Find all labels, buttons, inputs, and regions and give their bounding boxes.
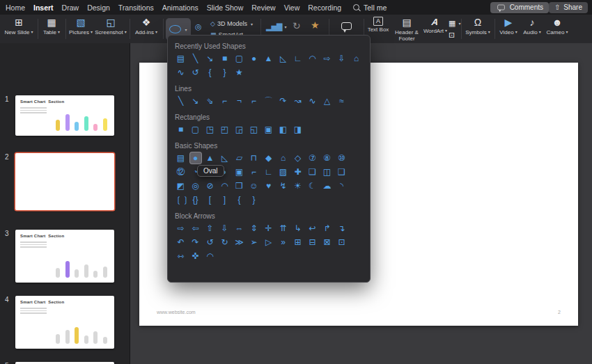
lightning-bolt-icon[interactable]: ↯ [278,180,289,191]
heart-icon[interactable]: ♥ [263,180,274,191]
object-button[interactable]: ⊡ [449,31,455,40]
left-arrow-icon[interactable]: ⇦ [190,223,201,234]
right-triangle-icon[interactable]: ◺ [278,53,289,64]
donut-icon[interactable]: ◎ [190,180,201,191]
cross-icon[interactable]: ✚ [293,166,304,177]
folded-corner-icon[interactable]: ❒ [234,180,245,191]
right-block-arrow-icon[interactable]: ⇨ [322,53,333,64]
snip-diagonal-corner-rectangle-icon[interactable]: ◲ [234,124,245,135]
line-icon[interactable]: ╲ [190,53,201,64]
right-brace-icon[interactable]: } [219,67,231,78]
left-brace-icon[interactable]: { [205,67,216,78]
menu-tab-home[interactable]: Home [6,3,25,12]
chart-button[interactable]: ▂▅▇ ▾ [266,21,286,33]
no-symbol-icon[interactable]: ⊘ [205,180,216,191]
line-arrow-icon[interactable]: ↘ [190,95,201,106]
isosceles-triangle-icon[interactable]: ▲ [263,53,274,64]
add-ins-button[interactable]: ❖ Add-ins▾ [132,17,160,42]
arc-icon[interactable]: ◝ [336,180,348,191]
new-slide-button[interactable]: ⊞ New Slide▾ [3,17,35,42]
block-arc-icon[interactable]: ◠ [219,180,231,191]
up-down-arrow-icon[interactable]: ⇕ [249,223,260,234]
isosceles-triangle-icon[interactable]: ▲ [205,152,216,164]
round-diagonal-corner-rectangle-icon[interactable]: ◨ [293,124,304,135]
wordart-button[interactable]: A WordArt▾ [422,17,449,42]
smiley-face-icon[interactable]: ☺ [249,180,260,191]
plaque-icon[interactable]: ❏ [307,166,318,177]
text-box-icon[interactable]: ▤ [176,152,187,164]
dodecagon-icon[interactable]: ⑫ [176,166,187,177]
curve-icon[interactable]: ∿ [307,95,318,106]
curve-icon[interactable]: ∿ [176,67,187,78]
share-button[interactable]: ⇧ Share [549,2,588,13]
hexagon-icon[interactable]: ◇ [293,152,304,164]
left-bracket-icon[interactable]: [ [205,194,216,205]
slide-thumbnail-2[interactable] [15,153,114,210]
menu-tab-slide-show[interactable]: Slide Show [207,3,244,12]
loop-arrow-icon[interactable]: ↺ [190,67,201,78]
l-shape-icon[interactable]: ∟ [293,53,304,64]
up-arrow-callout-icon[interactable]: ⊡ [336,237,348,248]
icons-button[interactable]: ◎ [195,22,202,31]
snip-same-side-corner-rectangle-icon[interactable]: ◰ [219,124,231,135]
rounded-rectangle-icon[interactable]: ▢ [234,53,245,64]
cloud-icon[interactable]: ☁ [322,180,333,191]
bevel-icon[interactable]: ◩ [176,180,187,191]
menu-tab-animations[interactable]: Animations [162,3,198,12]
arc-icon[interactable]: ◠ [307,53,318,64]
left-right-arrow-icon[interactable]: ⇔ [234,223,245,234]
comment-button[interactable] [341,22,352,30]
can-icon[interactable]: ◫ [322,166,333,177]
elbow-double-arrow-connector-icon[interactable]: ⌐ [249,95,260,106]
right-bracket-icon[interactable]: ] [219,194,231,205]
rounded-rectangle-icon[interactable]: ▢ [190,124,201,135]
cameo-button[interactable]: ☻ Cameo▾ [545,17,570,42]
pictures-button[interactable]: ▧ Pictures▾ [68,17,93,42]
cube-icon[interactable]: ❑ [336,166,348,177]
rectangle-icon[interactable]: ■ [176,124,187,135]
reuse-slides-button[interactable]: ↻ [293,20,301,32]
oval-icon[interactable]: ● [249,53,260,64]
snip-and-round-single-corner-rectangle-icon[interactable]: ◱ [249,124,260,135]
round-single-corner-rectangle-icon[interactable]: ▣ [263,124,274,135]
quad-arrow-callout-icon[interactable]: ✜ [190,251,201,262]
right-arrow-icon[interactable]: ⇨ [176,223,187,234]
curved-up-arrow-icon[interactable]: ↺ [205,237,216,248]
table-button[interactable]: ▦ Table▾ [39,17,64,42]
curved-block-arrow-icon[interactable]: ◠ [205,251,216,262]
comments-button[interactable]: Comments [490,2,549,13]
elbow-arrow-connector-icon[interactable]: ¬ [234,95,245,106]
pentagon-icon[interactable]: ⌂ [278,152,289,164]
line-icon[interactable]: ╲ [176,95,187,106]
date-time-button[interactable]: ▦ ▾ [449,19,460,28]
menu-tab-design[interactable]: Design [87,3,110,12]
menu-tab-view[interactable]: View [284,3,300,12]
up-arrow-icon[interactable]: ⇧ [205,223,216,234]
bent-up-arrow-icon[interactable]: ↱ [322,223,333,234]
octagon-icon[interactable]: ⑧ [322,152,333,164]
down-arrow-icon[interactable]: ⇩ [219,223,231,234]
curved-left-arrow-icon[interactable]: ↶ [176,237,187,248]
menu-tab-insert[interactable]: Insert [33,3,54,12]
down-arrow-callout-icon[interactable]: ⊟ [307,237,318,248]
heptagon-icon[interactable]: ⑦ [307,152,318,164]
quad-arrow-icon[interactable]: ✛ [263,223,274,234]
starred-button[interactable]: ★ [311,19,320,31]
round-same-side-corner-rectangle-icon[interactable]: ◧ [278,124,289,135]
slide-thumbnail-1[interactable]: Smart Chart Section [15,95,114,136]
line-double-arrow-icon[interactable]: ⇘ [205,95,216,106]
left-right-up-arrow-icon[interactable]: ⇈ [278,223,289,234]
curved-right-arrow-icon[interactable]: ↷ [190,237,201,248]
curved-down-arrow-icon[interactable]: ↴ [336,223,348,234]
slide-thumbnail-3[interactable]: Smart Chart Section [15,230,114,283]
frame-icon[interactable]: ▣ [234,166,245,177]
rectangle-icon[interactable]: ■ [219,53,231,64]
header-footer-button[interactable]: ▤ Header & Footer [391,17,422,42]
notched-right-arrow-icon[interactable]: ➢ [249,237,260,248]
circular-arrow-icon[interactable]: ↻ [219,237,231,248]
symbols-button[interactable]: Ω Symbols▾ [464,17,492,42]
star-icon[interactable]: ★ [234,67,245,78]
right-brace-icon[interactable]: } [249,194,260,205]
snip-single-corner-rectangle-icon[interactable]: ◳ [205,124,216,135]
half-frame-icon[interactable]: ⌐ [249,166,260,177]
